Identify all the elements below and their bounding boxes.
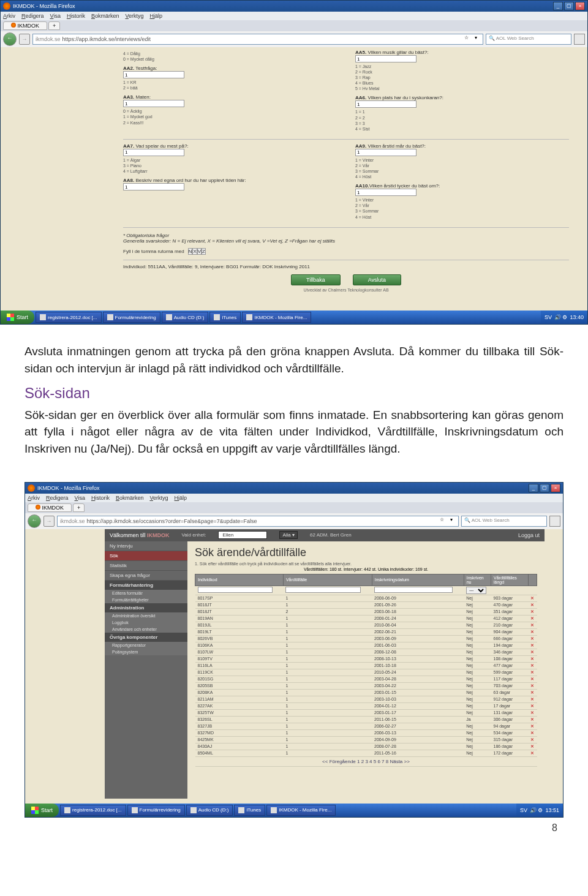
menu-arkiv[interactable]: Arkiv <box>3 13 15 19</box>
table-header[interactable]: Vårdtillfälles längd <box>491 574 529 585</box>
table-row[interactable]: 8327MD12006-03-13Nej534 dagar✕ <box>195 729 537 736</box>
menu-hjälp[interactable]: Hjälp <box>149 13 162 19</box>
table-row[interactable]: 8325TW12003-01-17Nej131 dagar✕ <box>195 709 537 716</box>
sidebar-item-skapa-egna-frågor[interactable]: Skapa egna frågor <box>105 571 187 581</box>
sidebar-sub-item[interactable]: Formulärrättigheter <box>105 597 187 603</box>
taskbar-item[interactable]: Formulärrevidering <box>127 805 185 816</box>
tab-ikmdok[interactable]: IKMDOK <box>28 503 72 512</box>
fill-z-button[interactable]: Z <box>202 248 206 255</box>
table-row[interactable]: 8327JB12006-02-27Nej94 dagar✕ <box>195 723 537 729</box>
tray-lang[interactable]: SV <box>520 807 527 813</box>
delete-icon[interactable]: ✕ <box>528 655 537 662</box>
taskbar-item[interactable]: Formulärrevidering <box>103 312 160 323</box>
tab-ikmdok[interactable]: IKMDOK <box>3 21 47 30</box>
taskbar-item[interactable]: IKMDOK - Mozilla Fire... <box>266 805 336 816</box>
menu-redigera[interactable]: Redigera <box>21 13 44 19</box>
delete-icon[interactable]: ✕ <box>528 729 537 736</box>
delete-icon[interactable]: ✕ <box>528 662 537 669</box>
table-row[interactable]: 8116LA12001-10-18Nej477 dagar✕ <box>195 662 537 669</box>
filter-select-inskriven[interactable]: --- <box>466 587 486 594</box>
taskbar-item[interactable]: iTunes <box>234 805 265 816</box>
minimize-button[interactable]: _ <box>529 484 538 492</box>
table-header[interactable]: Inskriven nu <box>464 574 491 585</box>
aa10-input[interactable] <box>355 189 417 196</box>
taskbar-item[interactable]: Audio CD (D:) <box>162 312 209 323</box>
fill-x-button[interactable]: X <box>192 248 197 255</box>
delete-icon[interactable]: ✕ <box>528 628 537 635</box>
close-button[interactable]: × <box>551 484 560 492</box>
table-header[interactable]: Individkod <box>195 574 284 585</box>
menu-historik[interactable]: Historik <box>67 13 85 19</box>
tray-lang[interactable]: SV <box>545 314 552 320</box>
sidebar-sub-item[interactable]: Rapportgenerator <box>105 642 187 649</box>
table-row[interactable]: 8018JT22003-06-18Nej351 dagar✕ <box>195 608 537 615</box>
delete-icon[interactable]: ✕ <box>528 669 537 676</box>
maximize-button[interactable]: ▢ <box>540 484 549 492</box>
filter-input-1[interactable] <box>285 587 361 593</box>
delete-icon[interactable]: ✕ <box>528 743 537 750</box>
table-row[interactable]: 8425MK12004-09-09Nej315 dagar✕ <box>195 736 537 743</box>
table-row[interactable]: 8109TV12008-10-13Nej108 dagar✕ <box>195 655 537 662</box>
url-bar[interactable]: ikmdok.se https://app.ikmdok.se/occasion… <box>57 516 459 527</box>
table-row[interactable]: 8211AM12003-10-03Nej912 dagar✕ <box>195 696 537 702</box>
delete-icon[interactable]: ✕ <box>528 608 537 615</box>
table-row[interactable]: 8201SG12003-04-28Nej117 dagar✕ <box>195 676 537 682</box>
delete-icon[interactable]: ✕ <box>528 689 537 696</box>
home-button[interactable] <box>549 516 560 527</box>
delete-icon[interactable]: ✕ <box>528 635 537 642</box>
filter-input-2[interactable] <box>374 587 453 593</box>
table-pager[interactable]: << Föregående 1 2 3 4 5 6 7 8 Nästa >> <box>195 756 537 766</box>
aa3-input[interactable] <box>123 100 184 107</box>
forward-button[interactable]: → <box>19 34 30 45</box>
table-row[interactable]: 8227AK12004-01-12Nej17 dagar✕ <box>195 702 537 709</box>
home-button[interactable] <box>574 34 585 45</box>
delete-icon[interactable]: ✕ <box>528 642 537 649</box>
finish-button[interactable]: Avsluta <box>353 274 401 285</box>
aa5-input[interactable] <box>355 55 417 62</box>
delete-icon[interactable]: ✕ <box>528 601 537 608</box>
sidebar-sub-item[interactable]: Poängsystem <box>105 649 187 655</box>
table-row[interactable]: 8026VB12003-06-09Nej666 dagar✕ <box>195 635 537 642</box>
back-button[interactable]: ← <box>28 514 41 528</box>
table-row[interactable]: 8326SL12011-06-15Ja306 dagar✕ <box>195 716 537 723</box>
table-row[interactable]: 8205SB12003-04-22Nej703 dagar✕ <box>195 682 537 689</box>
search-bar[interactable]: 🔍 AOL Web Search <box>461 516 547 527</box>
table-row[interactable]: 8017SP12008-06-09Nej903 dagar✕ <box>195 595 537 601</box>
delete-icon[interactable]: ✕ <box>528 595 537 601</box>
table-row[interactable]: 8018JT12001-09-26Nej470 dagar✕ <box>195 601 537 608</box>
delete-icon[interactable]: ✕ <box>528 615 537 622</box>
start-button[interactable]: Start <box>25 804 59 817</box>
table-row[interactable]: 8430AJ12008-07-28Nej186 dagar✕ <box>195 743 537 750</box>
back-button-form[interactable]: Tillbaka <box>291 274 341 285</box>
delete-icon[interactable]: ✕ <box>528 676 537 682</box>
taskbar-item[interactable]: Audio CD (D:) <box>186 805 233 816</box>
table-row[interactable]: 8107LW12008-12-08Nej346 dagar✕ <box>195 649 537 655</box>
delete-icon[interactable]: ✕ <box>528 750 537 756</box>
taskbar-item[interactable]: IKMDOK - Mozilla Fire... <box>242 312 311 323</box>
menu-visa[interactable]: Visa <box>75 495 85 501</box>
sidebar-item-statistik[interactable]: Statistik <box>105 561 187 571</box>
start-button[interactable]: Start <box>1 311 34 324</box>
taskbar-item[interactable]: registrera-2012.doc [... <box>36 312 101 323</box>
menu-bokmärken[interactable]: Bokmärken <box>116 495 144 501</box>
delete-icon[interactable]: ✕ <box>528 716 537 723</box>
menu-bokmärken[interactable]: Bokmärken <box>91 13 119 19</box>
menu-redigera[interactable]: Redigera <box>46 495 69 501</box>
aa8-input[interactable] <box>123 183 184 190</box>
new-tab-button[interactable]: + <box>48 21 60 30</box>
aa9-input[interactable] <box>355 149 417 156</box>
sidebar-item-sök[interactable]: Sök <box>105 551 187 561</box>
sidebar-sub-item[interactable]: Loggbok <box>105 619 187 626</box>
table-row[interactable]: 8019LT12002-06-21Nej904 dagar✕ <box>195 628 537 635</box>
delete-icon[interactable]: ✕ <box>528 709 537 716</box>
menu-hjälp[interactable]: Hjälp <box>174 495 187 501</box>
table-row[interactable]: 8019JL12010-06-04Nej210 dagar✕ <box>195 622 537 628</box>
table-row[interactable]: 8208KA12003-01-15Nej63 dagar✕ <box>195 689 537 696</box>
fill-v-button[interactable]: V <box>197 248 202 255</box>
menu-historik[interactable]: Historik <box>91 495 110 501</box>
table-row[interactable]: 8019AN12008-01-24Nej412 dagar✕ <box>195 615 537 622</box>
url-bar[interactable]: ikmdok.se https://app.ikmdok.se/intervie… <box>32 34 483 45</box>
delete-icon[interactable]: ✕ <box>528 649 537 655</box>
delete-icon[interactable]: ✕ <box>528 682 537 689</box>
delete-icon[interactable]: ✕ <box>528 696 537 702</box>
